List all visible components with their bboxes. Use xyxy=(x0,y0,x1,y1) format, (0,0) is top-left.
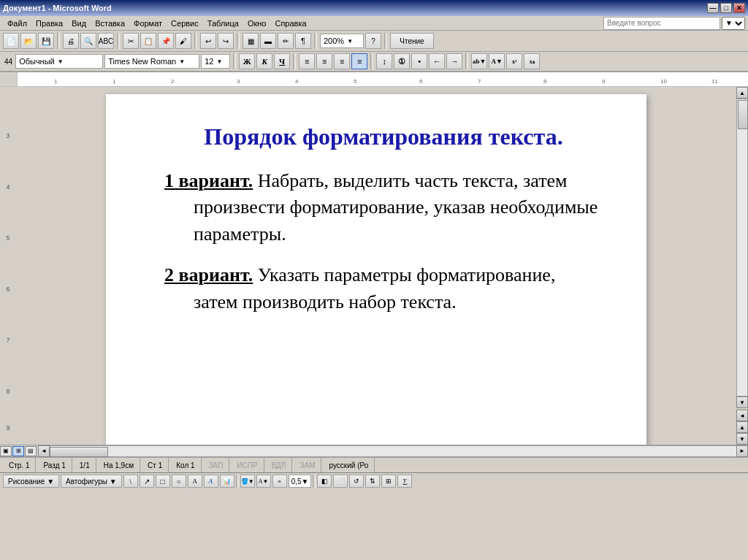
menu-tools[interactable]: Сервис xyxy=(167,18,203,29)
scroll-view-button[interactable]: ◄ xyxy=(736,410,748,421)
h-scroll-right-button[interactable]: ► xyxy=(736,445,748,457)
help-button[interactable]: ? xyxy=(365,33,381,49)
italic-button[interactable]: К xyxy=(256,53,272,69)
zoom-combo[interactable]: 200% ▼ xyxy=(320,34,364,48)
fmt-sep2 xyxy=(293,53,296,69)
scroll-track[interactable] xyxy=(736,99,748,396)
print-view-button[interactable]: ▤ xyxy=(25,446,37,456)
copy-button[interactable]: 📋 xyxy=(140,33,156,49)
flip-button[interactable]: ⇅ xyxy=(365,475,380,488)
menu-file[interactable]: Файл xyxy=(3,18,31,29)
spell-button[interactable]: ABC xyxy=(98,33,114,49)
menu-help[interactable]: Справка xyxy=(270,18,310,29)
decrease-indent-button[interactable]: ← xyxy=(429,53,445,69)
scroll-up-button[interactable]: ▲ xyxy=(736,87,748,99)
line-spacing-button[interactable]: ↕ xyxy=(376,53,392,69)
format-painter-button[interactable]: 🖌 xyxy=(175,33,191,49)
columns-button[interactable]: ▬ xyxy=(260,33,276,49)
font-color-button[interactable]: A▼ xyxy=(489,53,505,69)
line-tool-button[interactable]: \ xyxy=(123,475,138,488)
shadow-button[interactable]: ◧ xyxy=(317,475,332,488)
row-7: 7 xyxy=(6,337,9,344)
maximize-button[interactable]: □ xyxy=(720,3,732,13)
normal-view-button[interactable]: ▣ xyxy=(0,446,12,456)
menu-table[interactable]: Таблица xyxy=(203,18,243,29)
close-button[interactable]: ✕ xyxy=(733,3,745,13)
minimize-button[interactable]: — xyxy=(707,3,719,13)
rotate-button[interactable]: ↺ xyxy=(349,475,364,488)
cut-button[interactable]: ✂ xyxy=(123,33,139,49)
save-button[interactable]: 💾 xyxy=(38,33,54,49)
print-preview-button[interactable]: 🔍 xyxy=(80,33,96,49)
menu-window[interactable]: Окно xyxy=(243,18,271,29)
autoshapes-button[interactable]: Автофигуры ▼ xyxy=(61,475,122,488)
scroll-prev-button[interactable]: ▲ xyxy=(736,421,748,433)
menu-view[interactable]: Вид xyxy=(67,18,91,29)
textbox-tool-button[interactable]: A xyxy=(188,475,202,488)
menu-edit[interactable]: Правка xyxy=(31,18,67,29)
redo-button[interactable]: ↪ xyxy=(218,33,234,49)
help-search-input[interactable] xyxy=(603,17,720,30)
increase-indent-button[interactable]: → xyxy=(446,53,462,69)
status-line: Ст 1 xyxy=(142,458,169,472)
align-center-button[interactable]: ≡ xyxy=(316,53,332,69)
bullets-button[interactable]: • xyxy=(411,53,427,69)
chart-button[interactable]: 📊 xyxy=(220,475,234,488)
web-view-button[interactable]: ⊞ xyxy=(12,446,24,456)
rect-tool-button[interactable]: □ xyxy=(156,475,170,488)
3d-button[interactable]: ⬜ xyxy=(333,475,348,488)
ruler-corner[interactable] xyxy=(0,72,18,87)
sep2 xyxy=(117,33,120,49)
underline-button[interactable]: Ч xyxy=(274,53,290,69)
paste-button[interactable]: 📌 xyxy=(158,33,174,49)
h-scroll-track[interactable] xyxy=(50,445,736,457)
scroll-thumb[interactable] xyxy=(738,100,748,129)
undo-button[interactable]: ↩ xyxy=(200,33,216,49)
new-button[interactable]: 📄 xyxy=(3,33,19,49)
highlight-button[interactable]: ab▼ xyxy=(471,53,487,69)
status-col: Кол 1 xyxy=(170,458,201,472)
menu-insert[interactable]: Вставка xyxy=(91,18,129,29)
line-width-combo[interactable]: 0,5▼ xyxy=(289,475,312,488)
table-button[interactable]: ▦ xyxy=(243,33,259,49)
sep4 xyxy=(237,33,240,49)
size-arrow: ▼ xyxy=(216,58,222,65)
help-search-dropdown[interactable]: ▼ xyxy=(722,17,745,30)
subscript-button[interactable]: x₂ xyxy=(524,53,540,69)
variant-1-text: Набрать, выделить часть текста, затем пр… xyxy=(194,170,598,245)
show-para-button[interactable]: ¶ xyxy=(295,33,311,49)
size-combo[interactable]: 12 ▼ xyxy=(201,54,230,69)
h-scroll-thumb[interactable] xyxy=(50,447,108,457)
style-combo[interactable]: Обычный ▼ xyxy=(15,54,103,69)
group-button[interactable]: ⊞ xyxy=(381,475,396,488)
arrow-tool-button[interactable]: ↗ xyxy=(140,475,154,488)
read-mode-button[interactable]: Чтение xyxy=(390,33,434,49)
fill-color-button[interactable]: 🪣▼ xyxy=(240,475,255,488)
main-area: 3 4 5 6 7 8 9 Порядок форматирования тек… xyxy=(0,87,748,445)
draw-menu-button[interactable]: Рисование ▼ xyxy=(3,475,59,488)
align-right-button[interactable]: ≡ xyxy=(334,53,350,69)
title-bar-buttons: — □ ✕ xyxy=(707,3,745,13)
drawing-button[interactable]: ✏ xyxy=(278,33,294,49)
sep3 xyxy=(194,33,197,49)
font-combo[interactable]: Times New Roman ▼ xyxy=(104,54,199,69)
print-button[interactable]: 🖨 xyxy=(63,33,79,49)
line-style-button[interactable]: ≡ xyxy=(272,475,287,488)
wordart-button[interactable]: A xyxy=(204,475,218,488)
align-draw-button[interactable]: ∑ xyxy=(397,475,412,488)
oval-tool-button[interactable]: ○ xyxy=(172,475,186,488)
menu-format[interactable]: Формат xyxy=(129,18,167,29)
open-button[interactable]: 📂 xyxy=(20,33,37,49)
draw-sep2 xyxy=(313,475,316,488)
align-justify-button[interactable]: ≡ xyxy=(351,53,367,69)
scroll-down-button[interactable]: ▼ xyxy=(736,396,748,408)
align-left-button[interactable]: ≡ xyxy=(299,53,315,69)
scroll-next-button[interactable]: ▼ xyxy=(736,433,748,445)
numbering-button[interactable]: ① xyxy=(394,53,410,69)
bold-button[interactable]: Ж xyxy=(239,53,255,69)
doc-page[interactable]: Порядок форматирования текста. 1 вариант… xyxy=(106,94,646,445)
draw-font-color-button[interactable]: A▼ xyxy=(256,475,271,488)
h-scroll-left-button[interactable]: ◄ xyxy=(38,445,50,457)
ruler-mark-12: 11 xyxy=(711,78,718,85)
superscript-button[interactable]: x² xyxy=(506,53,522,69)
